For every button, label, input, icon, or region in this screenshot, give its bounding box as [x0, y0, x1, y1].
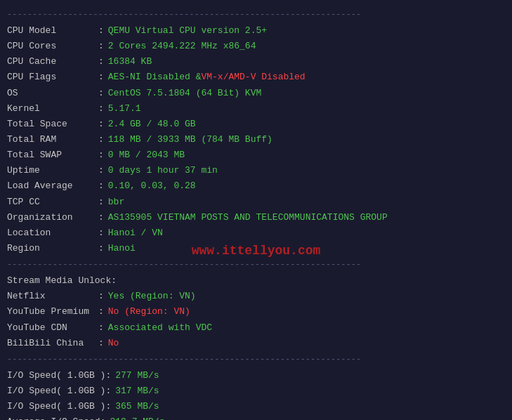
row-cpu-flags: CPU Flags : AES-NI Disabled & VM-x/AMD-V…	[7, 70, 505, 84]
divider-top: ----------------------------------------…	[7, 10, 505, 20]
label-tcp-cc: TCP CC	[7, 195, 98, 209]
row-io-1: I/O Speed( 1.0GB ) : 277 MB/s	[7, 369, 505, 383]
watermark: www.ittellyou.com	[192, 242, 321, 261]
system-section: CPU Model : QEMU Virtual CPU version 2.5…	[7, 24, 505, 256]
label-youtube-cdn: YouTube CDN	[7, 321, 98, 335]
row-total-swap: Total SWAP : 0 MB / 2043 MB	[7, 148, 505, 162]
value-os: CentOS 7.5.1804 (64 Bit) KVM	[108, 86, 261, 100]
value-io-2: 317 MB/s	[115, 384, 159, 398]
value-cpu-model: QEMU Virtual CPU version 2.5+	[108, 24, 267, 38]
label-io-2: I/O Speed( 1.0GB )	[7, 384, 105, 398]
value-tcp-cc: bbr	[108, 195, 124, 209]
row-region: Region : Hanoi www.ittellyou.com	[7, 242, 505, 256]
main-container: ----------------------------------------…	[7, 10, 505, 420]
value-location: Hanoi / VN	[108, 226, 163, 240]
row-netflix: Netflix : Yes (Region: VN)	[7, 289, 505, 303]
label-load-avg: Load Average	[7, 179, 98, 193]
label-location: Location	[7, 226, 98, 240]
label-stream-media: Stream Media Unlock	[7, 274, 111, 288]
row-os: OS : CentOS 7.5.1804 (64 Bit) KVM	[7, 86, 505, 100]
label-cpu-cores: CPU Cores	[7, 39, 98, 53]
value-youtube-cdn: Associated with VDC	[108, 321, 212, 335]
divider-stream: ----------------------------------------…	[7, 260, 505, 270]
row-bilibili: BiliBili China : No	[7, 336, 505, 350]
label-io-avg: Average I/O Speed	[7, 415, 100, 420]
row-stream-header: Stream Media Unlock :	[7, 274, 505, 288]
label-total-swap: Total SWAP	[7, 148, 98, 162]
row-load-avg: Load Average : 0.10, 0.03, 0.28	[7, 179, 505, 193]
label-total-space: Total Space	[7, 117, 98, 131]
value-cpu-cores: 2 Cores 2494.222 MHz x86_64	[108, 39, 256, 53]
value-total-ram: 118 MB / 3933 MB (784 MB Buff)	[108, 133, 273, 147]
value-io-1: 277 MB/s	[115, 369, 159, 383]
label-cpu-model: CPU Model	[7, 24, 98, 38]
label-io-1: I/O Speed( 1.0GB )	[7, 369, 105, 383]
value-total-space: 2.4 GB / 48.0 GB	[108, 117, 196, 131]
row-youtube-cdn: YouTube CDN : Associated with VDC	[7, 321, 505, 335]
label-os: OS	[7, 86, 98, 100]
value-bilibili: No	[108, 336, 119, 350]
divider-io: ----------------------------------------…	[7, 355, 505, 365]
value-io-3: 365 MB/s	[115, 400, 159, 414]
value-netflix: Yes (Region: VN)	[108, 289, 196, 303]
label-kernel: Kernel	[7, 102, 98, 116]
value-region: Hanoi	[108, 242, 136, 256]
row-io-3: I/O Speed( 1.0GB ) : 365 MB/s	[7, 400, 505, 414]
io-section: I/O Speed( 1.0GB ) : 277 MB/s I/O Speed(…	[7, 369, 505, 420]
label-region: Region	[7, 242, 98, 256]
value-youtube-premium: No (Region: VN)	[108, 305, 190, 319]
value-kernel: 5.17.1	[108, 102, 141, 116]
label-total-ram: Total RAM	[7, 133, 98, 147]
value-cpu-cache: 16384 KB	[108, 55, 152, 69]
label-netflix: Netflix	[7, 289, 98, 303]
row-cpu-model: CPU Model : QEMU Virtual CPU version 2.5…	[7, 24, 505, 38]
value-load-avg: 0.10, 0.03, 0.28	[108, 179, 196, 193]
label-uptime: Uptime	[7, 164, 98, 178]
stream-section: Stream Media Unlock : Netflix : Yes (Reg…	[7, 274, 505, 350]
row-tcp-cc: TCP CC : bbr	[7, 195, 505, 209]
value-uptime: 0 days 1 hour 37 min	[108, 164, 218, 178]
row-organization: Organization : AS135905 VIETNAM POSTS AN…	[7, 211, 505, 225]
row-kernel: Kernel : 5.17.1	[7, 102, 505, 116]
row-io-avg: Average I/O Speed : 319.7 MB/s	[7, 415, 505, 420]
label-organization: Organization	[7, 211, 98, 225]
label-cpu-flags: CPU Flags	[7, 70, 98, 84]
value-cpu-flags-part1: AES-NI Disabled &	[108, 70, 202, 84]
label-cpu-cache: CPU Cache	[7, 55, 98, 69]
value-total-swap: 0 MB / 2043 MB	[108, 148, 185, 162]
label-youtube-premium: YouTube Premium	[7, 305, 98, 319]
row-cpu-cores: CPU Cores : 2 Cores 2494.222 MHz x86_64	[7, 39, 505, 53]
row-cpu-cache: CPU Cache : 16384 KB	[7, 55, 505, 69]
label-bilibili: BiliBili China	[7, 336, 98, 350]
row-youtube-premium: YouTube Premium : No (Region: VN)	[7, 305, 505, 319]
label-io-3: I/O Speed( 1.0GB )	[7, 400, 105, 414]
value-organization: AS135905 VIETNAM POSTS AND TELECOMMUNICA…	[108, 211, 388, 225]
row-io-2: I/O Speed( 1.0GB ) : 317 MB/s	[7, 384, 505, 398]
row-total-space: Total Space : 2.4 GB / 48.0 GB	[7, 117, 505, 131]
value-io-avg: 319.7 MB/s	[110, 415, 164, 420]
value-cpu-flags-part2: VM-x/AMD-V Disabled	[201, 70, 305, 84]
row-uptime: Uptime : 0 days 1 hour 37 min	[7, 164, 505, 178]
row-total-ram: Total RAM : 118 MB / 3933 MB (784 MB Buf…	[7, 133, 505, 147]
row-location: Location : Hanoi / VN	[7, 226, 505, 240]
